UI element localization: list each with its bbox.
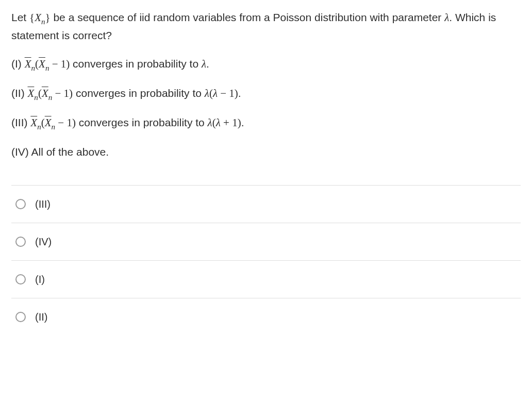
answer-option-3[interactable]: (II) [11, 298, 521, 329]
end-2: . [238, 87, 241, 99]
question-prompt: Let {Xn} be a sequence of iid random var… [11, 9, 521, 43]
math-lambda-3: λ [208, 116, 212, 129]
math-paren-3b: ( [212, 116, 216, 129]
converges-1: converges in probability to [70, 58, 202, 70]
math-xn: Xn [35, 11, 45, 24]
statement-1: (I) Xn(Xn − 1) converges in probability … [11, 56, 521, 74]
math-expr-3b: Xn [45, 116, 55, 129]
radio-icon [15, 237, 26, 247]
math-expr-2b: Xn [42, 87, 52, 99]
answer-label-3: (II) [35, 309, 47, 325]
statement-2: (II) Xn(Xn − 1) converges in probability… [11, 85, 521, 103]
math-expr-3a: Xn [30, 116, 41, 129]
math-expr-1b: Xn [39, 58, 49, 70]
answer-option-2[interactable]: (I) [11, 260, 521, 298]
converges-3: converges in probability to [76, 116, 208, 128]
math-set-open: { [29, 11, 35, 24]
math-paren-2b: ( [209, 87, 213, 99]
end-1: . [206, 58, 209, 70]
math-lambda: λ [444, 11, 449, 24]
math-lambda-2b: λ [213, 87, 218, 99]
math-lambda-3b: λ [216, 116, 221, 129]
math-minus-2: − 1) [52, 87, 73, 99]
answer-label-2: (I) [35, 272, 45, 287]
intro-text-2: be a sequence of iid random variables fr… [51, 11, 445, 23]
radio-icon [15, 312, 26, 322]
math-expr-1a: Xn [25, 58, 35, 70]
statement-4-text: (IV) All of the above. [11, 146, 109, 158]
answer-label-0: (III) [35, 196, 51, 212]
converges-2: converges in probability to [73, 87, 205, 99]
roman-3: (III) [11, 116, 30, 128]
radio-icon [15, 199, 26, 209]
intro-text-1: Let [11, 11, 29, 23]
answer-label-1: (IV) [35, 234, 52, 249]
math-expr-2a: Xn [28, 87, 38, 99]
math-paren-3a: ( [41, 116, 45, 129]
radio-icon [15, 274, 26, 284]
roman-1: (I) [11, 58, 25, 70]
math-minus-2b: − 1) [218, 87, 238, 99]
statement-4: (IV) All of the above. [11, 144, 521, 160]
answer-options: (III) (IV) (I) (II) [11, 185, 521, 329]
math-paren-2a: ( [38, 87, 42, 99]
math-minus-3: − 1) [55, 116, 76, 129]
math-paren-1a: ( [35, 58, 39, 70]
end-3: . [241, 116, 244, 128]
math-lambda-1: λ [202, 58, 206, 70]
answer-option-1[interactable]: (IV) [11, 223, 521, 260]
math-plus-3b: + 1) [221, 116, 241, 129]
math-set-close: } [45, 11, 51, 24]
math-minus-1: − 1) [49, 58, 70, 70]
math-lambda-2: λ [205, 87, 209, 99]
answer-option-0[interactable]: (III) [11, 185, 521, 223]
roman-2: (II) [11, 87, 28, 99]
statement-3: (III) Xn(Xn − 1) converges in probabilit… [11, 114, 521, 132]
